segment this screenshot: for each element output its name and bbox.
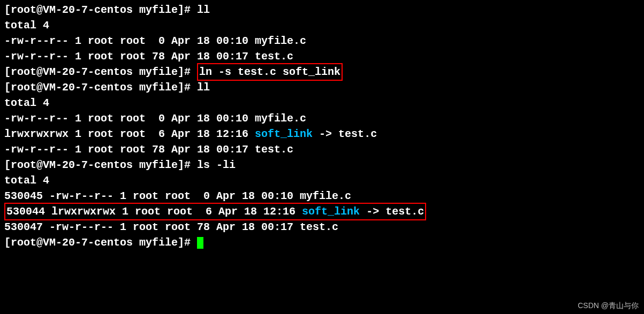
highlight-box: ln -s test.c soft_link xyxy=(197,63,343,81)
symlink-entry: lrwxrwxrwx 1 root root 6 Apr 18 12:16 so… xyxy=(4,126,640,142)
cursor-block xyxy=(197,237,203,249)
file-entry: -rw-r--r-- 1 root root 0 Apr 18 00:10 my… xyxy=(4,111,640,126)
highlight-box: 530044 lrwxrwxrwx 1 root root 6 Apr 18 1… xyxy=(4,203,426,220)
output-total: total 4 xyxy=(4,95,640,111)
symlink-perms: lrwxrwxrwx 1 root root 6 Apr 18 12:16 xyxy=(4,128,255,140)
file-entry-inode: 530045 -rw-r--r-- 1 root root 0 Apr 18 0… xyxy=(4,188,640,204)
symlink-name: soft_link xyxy=(255,128,313,140)
symlink-perms: 530044 lrwxrwxrwx 1 root root 6 Apr 18 1… xyxy=(6,205,302,218)
symlink-name: soft_link xyxy=(302,205,360,218)
symlink-target: -> test.c xyxy=(360,205,424,218)
shell-prompt: [root@VM-20-7-centos myfile]# xyxy=(4,81,197,94)
file-entry-inode: 530047 -rw-r--r-- 1 root root 78 Apr 18 … xyxy=(4,219,640,235)
file-entry: -rw-r--r-- 1 root root 0 Apr 18 00:10 my… xyxy=(4,33,640,49)
shell-prompt: [root@VM-20-7-centos myfile]# xyxy=(4,4,197,16)
output-total: total 4 xyxy=(4,173,640,188)
command-text: ll xyxy=(197,4,210,16)
command-text: ln -s test.c soft_link xyxy=(199,66,340,78)
shell-prompt: [root@VM-20-7-centos myfile]# xyxy=(4,159,197,171)
command-text: ll xyxy=(197,81,210,94)
shell-prompt: [root@VM-20-7-centos myfile]# xyxy=(4,236,197,249)
shell-prompt: [root@VM-20-7-centos myfile]# xyxy=(4,66,197,78)
command-text: ls -li xyxy=(197,159,236,171)
output-total: total 4 xyxy=(4,18,640,33)
terminal-line: [root@VM-20-7-centos myfile]# ll xyxy=(4,2,640,18)
file-entry: -rw-r--r-- 1 root root 78 Apr 18 00:17 t… xyxy=(4,142,640,157)
symlink-target: -> test.c xyxy=(313,128,377,140)
terminal-line: [root@VM-20-7-centos myfile]# ls -li xyxy=(4,157,640,173)
terminal-line[interactable]: [root@VM-20-7-centos myfile]# xyxy=(4,235,640,250)
terminal-line: [root@VM-20-7-centos myfile]# ln -s test… xyxy=(4,64,640,80)
watermark-text: CSDN @青山与你 xyxy=(578,300,639,311)
symlink-entry-inode: 530044 lrwxrwxrwx 1 root root 6 Apr 18 1… xyxy=(4,204,640,219)
file-entry: -rw-r--r-- 1 root root 78 Apr 18 00:17 t… xyxy=(4,49,640,64)
terminal-line: [root@VM-20-7-centos myfile]# ll xyxy=(4,80,640,95)
